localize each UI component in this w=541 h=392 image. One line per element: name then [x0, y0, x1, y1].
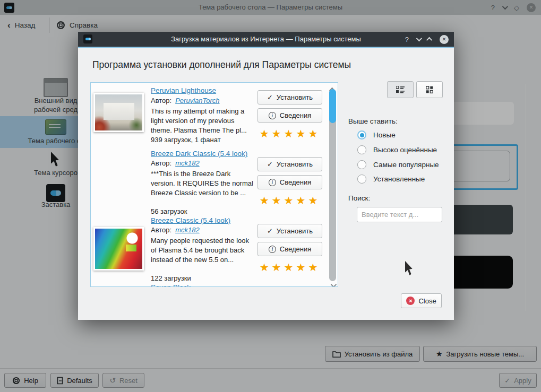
rating-stars[interactable]: ★★★★★	[257, 127, 322, 140]
details-label: Сведения	[280, 111, 311, 119]
details-label: Сведения	[280, 245, 311, 253]
scrollbar-thumb[interactable]	[329, 89, 336, 123]
view-mode-grid-button[interactable]	[416, 81, 443, 98]
install-label: Установить	[277, 160, 313, 168]
check-icon: ✓	[267, 94, 273, 101]
details-button[interactable]: i Сведения	[257, 242, 322, 256]
dialog-titlebar[interactable]: Загрузка материалов из Интернета — Парам…	[78, 32, 454, 47]
dialog-title: Загрузка материалов из Интернета — Парам…	[78, 32, 454, 47]
radio-icon[interactable]	[357, 160, 366, 169]
install-button[interactable]: ✓ Установить	[257, 157, 322, 171]
dialog-accent-line	[78, 47, 454, 48]
sort-option-newest[interactable]: Новые	[357, 130, 396, 140]
author-link[interactable]: PeruvianTorch	[175, 97, 219, 104]
search-input[interactable]	[357, 207, 442, 222]
details-label: Сведения	[280, 178, 311, 186]
dialog-maximize-icon[interactable]	[426, 37, 432, 43]
radio-label: Установленные	[373, 175, 425, 183]
grid-view-icon	[426, 86, 433, 93]
addon-list: Peruvian Lighthouse Автор: PeruvianTorch…	[90, 82, 338, 287]
author-label: Автор:	[151, 97, 171, 104]
sort-option-most-popular[interactable]: Самые популярные	[357, 160, 439, 169]
radio-label: Самые популярные	[373, 161, 439, 169]
rating-stars[interactable]: ★★★★★	[257, 261, 322, 274]
author-link[interactable]: mck182	[175, 226, 200, 234]
close-red-icon: ×	[406, 297, 415, 305]
addon-title-link[interactable]: Breeze Classic (5.4 look)	[151, 216, 230, 224]
addon-stats: 122 загрузки	[151, 274, 191, 282]
radio-label: Высоко оценённые	[373, 146, 437, 154]
get-hot-new-stuff-dialog: Загрузка материалов из Интернета — Парам…	[78, 32, 454, 320]
addon-description: Many people requested the look of Plasma…	[151, 236, 256, 265]
sort-option-installed[interactable]: Установленные	[357, 175, 425, 184]
install-button[interactable]: ✓ Установить	[257, 224, 322, 238]
radio-selected-icon[interactable]	[357, 130, 366, 140]
dialog-minimize-icon[interactable]	[416, 36, 422, 41]
rating-stars[interactable]: ★★★★★	[257, 194, 322, 207]
addon-description: ***This is the Breeze Dark version. It R…	[151, 169, 256, 198]
sort-label: Выше ставить:	[348, 117, 398, 125]
close-button[interactable]: × Close	[401, 293, 442, 308]
check-icon: ✓	[267, 161, 273, 168]
author-label: Автор:	[151, 226, 171, 234]
install-label: Установить	[277, 93, 313, 101]
radio-icon[interactable]	[357, 145, 366, 154]
search-label: Поиск:	[348, 194, 370, 202]
addon-title-link[interactable]: Seven Black	[151, 283, 191, 287]
info-icon: i	[269, 246, 276, 253]
install-button[interactable]: ✓ Установить	[257, 90, 322, 104]
scroll-down-icon[interactable]	[331, 280, 335, 287]
details-button[interactable]: i Сведения	[257, 175, 322, 189]
addon-thumbnail	[93, 93, 144, 132]
dialog-close-icon[interactable]: ×	[440, 35, 449, 44]
info-icon: i	[269, 112, 276, 119]
addon-title-link[interactable]: Breeze Dark Classic (5.4 look)	[151, 150, 247, 158]
author-label: Автор:	[151, 159, 171, 167]
view-mode-list-button[interactable]	[387, 81, 414, 98]
addon-stats: 939 загрузок, 1 фанат	[151, 136, 221, 144]
addon-stats: 56 загрузок	[151, 207, 187, 215]
list-view-icon	[396, 86, 405, 93]
sort-option-highest-rated[interactable]: Высоко оценённые	[357, 145, 437, 154]
addon-thumbnail	[93, 227, 144, 271]
close-label: Close	[418, 297, 436, 305]
addon-title-link[interactable]: Peruvian Lighthouse	[151, 86, 216, 94]
install-label: Установить	[277, 227, 313, 235]
dialog-help-button[interactable]: ?	[405, 36, 409, 43]
details-button[interactable]: i Сведения	[257, 108, 322, 123]
author-link[interactable]: mck182	[175, 159, 200, 167]
dialog-heading: Программа установки дополнений для Парам…	[92, 59, 351, 71]
addon-description: This is my attempt of making a light ver…	[151, 107, 256, 135]
radio-icon[interactable]	[357, 175, 366, 184]
check-icon: ✓	[267, 228, 273, 234]
info-icon: i	[269, 179, 276, 186]
radio-label: Новые	[373, 131, 396, 139]
